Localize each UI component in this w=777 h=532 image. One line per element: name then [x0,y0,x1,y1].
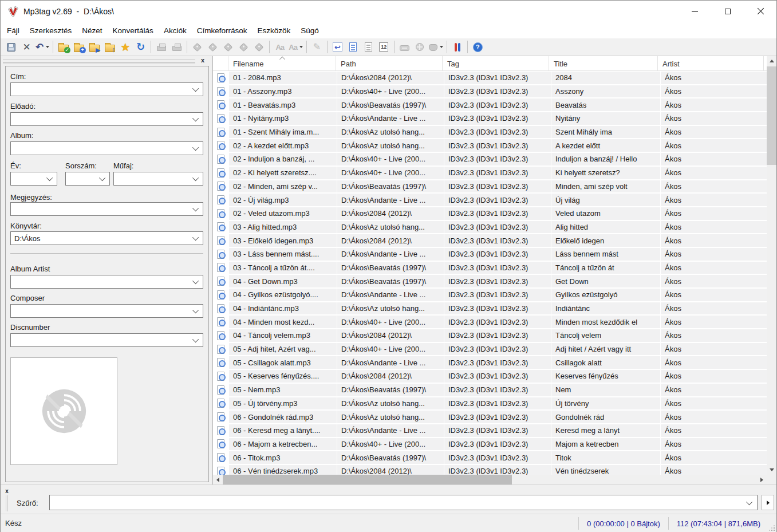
table-row[interactable]: 03 - Táncolj a tűzön át....D:\Ákos\Beava… [213,261,767,275]
table-row[interactable]: 03 - Alig hitted.mp3D:\Ákos\Az utolsó ha… [213,220,767,234]
year-field[interactable] [10,172,57,186]
title-field[interactable] [10,82,203,96]
horizontal-scroll-thumb[interactable] [223,475,512,484]
chevron-down-icon[interactable] [192,115,199,121]
table-row[interactable]: 04 - Get Down.mp3D:\Ákos\Beavatás (1997)… [213,274,767,288]
column-header-icon[interactable] [213,56,228,71]
refresh-button[interactable]: ↻ [133,40,148,54]
table-row[interactable]: 05 - Nem.mp3D:\Ákos\Beavatás (1997)\ID3v… [213,383,767,397]
table-row[interactable]: 05 - Új törvény.mp3D:\Ákos\Az utolsó han… [213,397,767,411]
column-header-artist[interactable]: Artist [658,56,764,71]
table-row[interactable]: 05 - Adj hitet, Azért vag...D:\Ákos\40+ … [213,342,767,356]
menu-item-cimkeforrasok[interactable]: Címkeforrások [192,24,253,37]
album-art-box[interactable] [10,357,117,465]
directory-field[interactable]: D:\Ákos [10,231,203,245]
table-row[interactable]: 02 - Ki helyett szeretsz....D:\Ákos\40+ … [213,166,767,180]
dropdown-caret-icon[interactable] [440,46,443,48]
minimize-button[interactable] [679,1,711,22]
filter-drag-grip[interactable] [6,495,8,511]
chevron-down-icon[interactable] [192,278,199,284]
table-row[interactable]: 03 - Láss bennem mást....D:\Ákos\Andante… [213,247,767,261]
save-tag-button[interactable] [153,40,169,54]
dropdown-caret-icon[interactable] [299,46,303,48]
scroll-up-button[interactable] [767,56,776,66]
filter-apply-button[interactable] [762,495,774,510]
capitalize-button[interactable]: Aa [272,40,287,54]
resize-grip[interactable] [769,525,775,531]
add-directory-button[interactable]: + [71,40,86,54]
table-row[interactable]: 06 - Keresd meg a lányt....D:\Ákos\Andan… [213,424,767,438]
maximize-button[interactable] [711,1,744,22]
save-button[interactable] [3,40,19,54]
menu-item-fajl[interactable]: Fájl [2,24,25,37]
paste-tag-button[interactable] [220,40,236,54]
table-row[interactable]: 01 - Asszony.mp3D:\Ákos\40+ - Live (200.… [213,85,767,98]
merge-tag-button[interactable] [236,40,251,54]
chevron-down-icon[interactable] [192,336,199,342]
album-field[interactable] [10,141,203,155]
table-row[interactable]: 06 - Titok.mp3D:\Ákos\Beavatás (1997)\ID… [213,451,767,464]
composer-field[interactable] [10,304,203,318]
chevron-down-icon[interactable] [192,234,199,241]
table-row[interactable]: 06 - Majom a ketrecben...D:\Ákos\40+ - L… [213,438,767,451]
vertical-scrollbar[interactable] [767,56,776,475]
favorite-directory-button[interactable]: ★ [117,40,133,54]
table-row[interactable]: 02 - Minden, ami szép v...D:\Ákos\Beavat… [213,180,767,194]
column-header-path[interactable]: Path [336,56,443,71]
remove-button[interactable]: ✕ [19,40,34,54]
column-header-filename[interactable]: Filename [228,56,336,71]
table-row[interactable]: 01 - Beavatás.mp3D:\Ákos\Beavatás (1997)… [213,98,767,112]
freedb-button[interactable] [412,40,428,54]
table-row[interactable]: 06 - Vén tinédzserek.mp3D:\Ákos\2084 (20… [213,464,767,475]
options-button[interactable] [449,40,465,54]
delete-tag-button[interactable] [251,40,267,54]
remove-tag-button[interactable] [169,40,184,54]
chevron-down-icon[interactable] [192,85,199,92]
menu-item-nezet[interactable]: Nézet [77,24,107,37]
column-header-tag[interactable]: Tag [443,56,549,71]
cut-tag-button[interactable] [190,40,205,54]
load-playlist-button[interactable]: ▶ [86,40,102,54]
chevron-down-icon[interactable] [192,307,199,313]
column-header-title[interactable]: Title [549,56,658,71]
table-row[interactable]: 04 - Indiántánc.mp3D:\Ákos\Az utolsó han… [213,302,767,316]
table-row[interactable]: 01 - 2084.mp3D:\Ákos\2084 (2012)\ID3v2.3… [213,71,767,85]
scroll-right-button[interactable] [757,475,767,484]
table-row[interactable]: 01 - Nyitány.mp3D:\Ákos\Andante - Live .… [213,112,767,125]
table-row[interactable]: 05 - Csillagok alatt.mp3D:\Ákos\Andante … [213,356,767,369]
horizontal-scrollbar[interactable] [213,475,767,484]
scroll-left-button[interactable] [213,475,223,484]
table-row[interactable]: 04 - Minden most kezd...D:\Ákos\40+ - Li… [213,315,767,329]
menu-item-akciok[interactable]: Akciók [159,24,192,37]
numbering-wizard-button[interactable]: 12 [376,40,392,54]
table-row[interactable]: 02 - Veled utazom.mp3D:\Ákos\2084 (2012)… [213,207,767,220]
change-directory-button[interactable]: ✓ [56,40,71,54]
table-row[interactable]: 02 - Új világ.mp3D:\Ákos\Andante - Live … [213,193,767,207]
convert-filename-filename-button[interactable] [361,40,376,54]
table-row[interactable]: 01 - Szent Mihály ima.m...D:\Ákos\Az uto… [213,125,767,139]
artist-field[interactable] [10,112,203,126]
help-button[interactable]: ? [470,40,486,54]
table-row[interactable]: 04 - Gyilkos ezüstgolyó....D:\Ákos\Andan… [213,288,767,302]
chevron-down-icon[interactable] [192,205,199,211]
discnumber-field[interactable] [10,333,203,347]
tag-sources-button[interactable] [397,40,412,54]
tag-panel-close-button[interactable]: x [199,56,207,64]
track-field[interactable] [65,172,110,186]
undo-button[interactable]: ↶ [34,40,50,54]
filter-input[interactable] [50,495,748,510]
web-sources-button[interactable] [428,40,444,54]
edit-tag-button[interactable]: ✎ [309,40,325,54]
album-artist-field[interactable] [10,275,203,289]
menu-item-szerkesztes[interactable]: Szerkesztés [25,24,77,37]
close-button[interactable] [744,1,776,22]
scroll-down-button[interactable] [767,465,776,475]
filter-combobox[interactable] [49,495,758,510]
chevron-down-icon[interactable] [46,175,53,181]
table-row[interactable]: 02 - A kezdet előtt.mp3D:\Ákos\Az utolsó… [213,139,767,152]
copy-tag-button[interactable] [205,40,220,54]
table-row[interactable]: 06 - Gondolnék rád.mp3D:\Ákos\Az utolsó … [213,410,767,424]
case-menu-button[interactable]: Aa [287,40,304,54]
menu-item-konvertalas[interactable]: Konvertálás [108,24,159,37]
table-row[interactable]: 02 - Induljon a banzáj, ...D:\Ákos\40+ -… [213,152,767,166]
